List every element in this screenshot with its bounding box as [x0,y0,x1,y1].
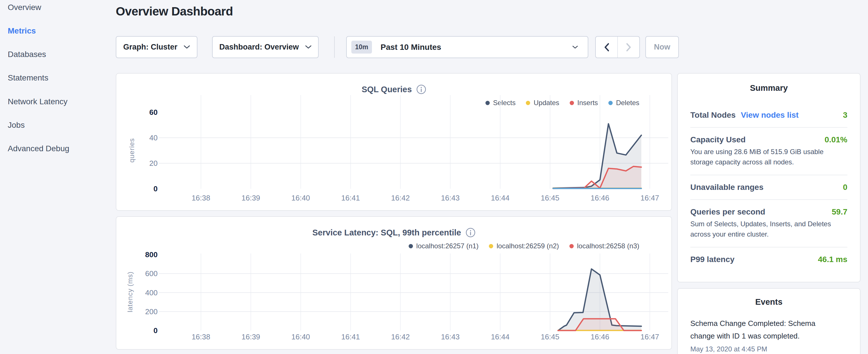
now-button[interactable]: Now [645,36,679,58]
svg-text:16:39: 16:39 [242,194,260,202]
event-item-text: Schema Change Completed: Schema change w… [690,317,825,342]
svg-text:16:45: 16:45 [541,194,559,202]
graph-dropdown[interactable]: Graph: Cluster [116,36,197,58]
svg-text:16:43: 16:43 [441,332,460,341]
n1-series-dot [409,244,413,248]
summary-panel: Summary Total Nodes View nodes list 3 Ca… [677,73,861,282]
summary-row-queries-per-second: Queries per second 59.7 Sum of Selects, … [690,199,847,247]
sidebar-item-databases[interactable]: Databases [8,50,46,59]
svg-text:400: 400 [145,288,158,297]
svg-text:16:39: 16:39 [242,332,260,341]
svg-text:60: 60 [149,108,158,117]
svg-text:16:44: 16:44 [491,332,509,341]
svg-text:0: 0 [154,185,158,193]
sidebar-item-network-latency[interactable]: Network Latency [8,97,68,106]
svg-text:16:38: 16:38 [192,332,210,341]
time-range-selector[interactable]: 10m Past 10 Minutes [346,36,588,58]
event-item-timestamp: May 13, 2020 at 4:45 PM [690,345,847,353]
summary-row-value: 59.7 [832,207,848,217]
service-latency-chart-header: Service Latency: SQL, 99th percentile [116,228,672,237]
time-nav-buttons [595,36,640,58]
dashboard-dropdown-label: Dashboard: Overview [219,43,299,52]
legend-item-n1: localhost:26257 (n1) [409,242,478,250]
n2-series-dot [489,244,493,248]
dashboard-dropdown[interactable]: Dashboard: Overview [212,36,319,58]
svg-text:20: 20 [149,159,158,167]
legend-item-n2: localhost:26259 (n2) [489,242,559,250]
sidebar-item-metrics[interactable]: Metrics [8,26,36,35]
summary-row-value: 0 [843,183,847,192]
svg-text:800: 800 [145,250,158,259]
svg-text:16:46: 16:46 [591,332,609,341]
sidebar-item-overview[interactable]: Overview [8,3,41,12]
summary-row-description: Sum of Selects, Updates, Inserts, and De… [690,219,847,239]
legend-label: localhost:26257 (n1) [416,242,478,250]
summary-row-value: 46.1 ms [818,255,847,264]
page-title: Overview Dashboard [116,5,233,18]
summary-title: Summary [690,83,847,93]
svg-text:16:40: 16:40 [291,332,310,341]
time-range-badge: 10m [351,41,372,54]
svg-text:16:47: 16:47 [641,194,659,202]
summary-row-label: P99 latency [690,255,735,264]
svg-text:16:42: 16:42 [391,332,410,341]
service-latency-chart-card: Service Latency: SQL, 99th percentile lo… [116,216,672,350]
sql-queries-chart-card: SQL Queries Selects Updates Inserts Dele… [116,73,672,211]
sidebar-item-statements[interactable]: Statements [8,73,49,83]
chevron-down-icon [184,45,190,49]
sql-queries-chart-title: SQL Queries [362,85,412,94]
events-panel: Events Schema Change Completed: Schema c… [677,288,861,354]
sidebar-item-jobs[interactable]: Jobs [8,121,25,130]
summary-row-unavailable-ranges: Unavailable ranges 0 [690,175,847,199]
sql-queries-chart-plot[interactable]: 16:3816:3916:4016:4116:4216:4316:4416:45… [145,94,672,204]
svg-text:16:41: 16:41 [341,194,360,202]
summary-row-label: Unavailable ranges [690,183,764,192]
svg-text:16:47: 16:47 [641,332,659,341]
chevron-down-icon [305,45,311,49]
summary-row-label: Capacity Used [690,135,746,144]
graph-dropdown-label: Graph: Cluster [123,43,177,52]
sql-queries-y-axis-label: queries [128,138,136,163]
svg-text:16:38: 16:38 [192,194,210,202]
legend-label: localhost:26259 (n2) [497,242,559,250]
svg-text:0: 0 [154,326,158,335]
svg-text:16:44: 16:44 [491,194,509,202]
svg-text:16:42: 16:42 [391,194,410,202]
summary-row-description: You are using 28.6 MiB of 515.9 GiB usab… [690,147,847,167]
chevron-right-icon [626,43,631,52]
svg-text:40: 40 [149,133,158,142]
service-latency-y-axis-label: latency (ms) [126,271,134,313]
summary-row-value: 0.01% [825,135,847,144]
summary-row-p99-latency: P99 latency 46.1 ms [690,247,847,271]
svg-text:16:46: 16:46 [591,194,609,202]
summary-row-total-nodes: Total Nodes View nodes list 3 [690,103,847,127]
summary-row-capacity-used: Capacity Used 0.01% You are using 28.6 M… [690,127,847,175]
service-latency-legend: localhost:26257 (n1) localhost:26259 (n2… [409,242,639,250]
svg-text:600: 600 [145,269,158,278]
summary-row-value: 3 [843,110,847,120]
events-title: Events [690,297,847,307]
legend-item-n3: localhost:26258 (n3) [569,242,639,250]
service-latency-chart-title: Service Latency: SQL, 99th percentile [312,228,461,237]
info-icon[interactable] [466,228,475,237]
app-root: Overview Metrics Databases Statements Ne… [0,0,868,354]
chevron-down-icon [572,45,578,49]
info-icon[interactable] [416,85,426,94]
summary-row-label: Total Nodes [690,110,736,120]
toolbar-divider [334,36,335,58]
svg-text:16:45: 16:45 [541,332,559,341]
chevron-left-icon [604,43,610,52]
sidebar-item-advanced-debug[interactable]: Advanced Debug [8,144,69,153]
view-nodes-list-link[interactable]: View nodes list [741,110,799,120]
summary-row-label: Queries per second [690,207,765,217]
service-latency-chart-plot[interactable]: 16:3816:3916:4016:4116:4216:4316:4416:45… [145,251,672,349]
svg-text:200: 200 [145,307,158,316]
n3-series-dot [569,244,574,248]
time-range-label: Past 10 Minutes [380,43,441,52]
legend-label: localhost:26258 (n3) [577,242,639,250]
svg-text:16:41: 16:41 [341,332,360,341]
prev-time-button[interactable] [596,37,618,58]
sql-queries-chart-header: SQL Queries [116,85,672,94]
next-time-button[interactable] [618,37,639,58]
svg-text:16:43: 16:43 [441,194,460,202]
